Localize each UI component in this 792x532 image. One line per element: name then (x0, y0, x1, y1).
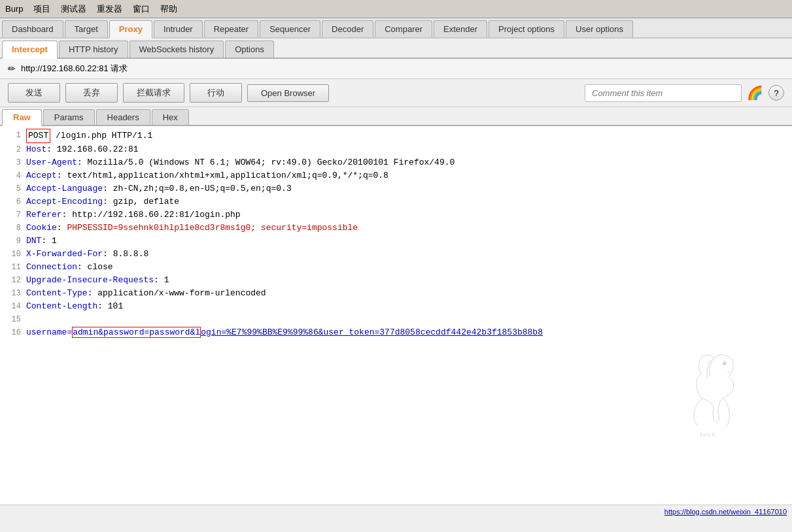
http-line-8: 8 Cookie: PHPSESSID=9ssehnk0ihlpl1e8cd3r… (0, 222, 792, 235)
http-line-13: 13 Content-Type: application/x-www-form-… (0, 287, 792, 300)
http-line-16: 16 username=admin&password=password&logi… (0, 326, 792, 339)
tab-dashboard[interactable]: Dashboard (2, 20, 63, 37)
http-method-label: POST (26, 129, 50, 143)
color-palette-icon[interactable]: 🌈 (747, 85, 763, 101)
content-tab-raw[interactable]: Raw (2, 109, 42, 126)
subtab-options[interactable]: Options (225, 41, 274, 58)
content-wrapper: 1 POST /login.php HTTP/1.1 2 Host: 192.1… (0, 126, 792, 505)
action-button[interactable]: 行动 (190, 83, 242, 103)
tab-proxy[interactable]: Proxy (109, 20, 152, 39)
http-line-1: 1 POST /login.php HTTP/1.1 (0, 129, 792, 143)
http-line-4: 4 Accept: text/html,application/xhtml+xm… (0, 169, 792, 182)
tab-sequencer[interactable]: Sequencer (260, 20, 320, 37)
http-line-6: 6 Accept-Encoding: gzip, deflate (0, 195, 792, 208)
content-tab-params[interactable]: Params (43, 109, 95, 125)
tab-target[interactable]: Target (65, 20, 108, 37)
request-url: http://192.168.60.22:81 请求 (21, 63, 128, 75)
send-button[interactable]: 发送 (8, 83, 60, 103)
content-tab-headers[interactable]: Headers (96, 109, 150, 125)
help-button[interactable]: ? (768, 85, 784, 101)
main-tabs: Dashboard Target Proxy Intruder Repeater… (0, 18, 792, 39)
post-data-highlight: admin&password=password&l (72, 327, 201, 338)
discard-button[interactable]: 丢弃 (65, 83, 118, 103)
http-line-10: 10 X-Forwarded-For: 8.8.8.8 (0, 248, 792, 261)
http-line-9: 9 DNT: 1 (0, 235, 792, 248)
subtab-websockets-history[interactable]: WebSockets history (129, 41, 224, 58)
bottom-url[interactable]: https://blog.csdn.net/weixin_41167010 (664, 508, 787, 516)
http-line-3: 3 User-Agent: Mozilla/5.0 (Windows NT 6.… (0, 156, 792, 169)
tab-repeater[interactable]: Repeater (204, 20, 258, 37)
subtab-http-history[interactable]: HTTP history (59, 41, 128, 58)
menu-burp[interactable]: Burp (5, 4, 23, 14)
subtab-intercept[interactable]: Intercept (2, 41, 58, 59)
tab-extender[interactable]: Extender (434, 20, 487, 37)
edit-icon: ✏ (8, 63, 16, 74)
http-line-5: 5 Accept-Language: zh-CN,zh;q=0.8,en-US;… (0, 182, 792, 195)
menu-help[interactable]: 帮助 (160, 3, 177, 15)
http-line-7: 7 Referer: http://192.168.60.22:81/login… (0, 208, 792, 222)
menu-window[interactable]: 窗口 (133, 3, 150, 15)
http-line-2: 2 Host: 192.168.60.22:81 (0, 143, 792, 156)
tab-intruder[interactable]: Intruder (154, 20, 203, 37)
content-tabs: Raw Params Headers Hex (0, 107, 792, 126)
tab-decoder[interactable]: Decoder (322, 20, 373, 37)
action-toolbar: 发送 丢弃 拦截请求 行动 Open Browser 🌈 ? (0, 79, 792, 107)
intercept-button[interactable]: 拦截请求 (123, 83, 184, 103)
tab-user-options[interactable]: User options (566, 20, 633, 37)
open-browser-button[interactable]: Open Browser (247, 84, 329, 102)
title-bar: Burp 项目 测试器 重发器 窗口 帮助 (0, 0, 792, 18)
menu-project[interactable]: 项目 (33, 3, 50, 15)
http-content[interactable]: 1 POST /login.php HTTP/1.1 2 Host: 192.1… (0, 126, 792, 505)
menu-resender[interactable]: 重发器 (97, 3, 122, 15)
http-line-15: 15 (0, 313, 792, 326)
sub-tabs: Intercept HTTP history WebSockets histor… (0, 39, 792, 59)
tab-project-options[interactable]: Project options (489, 20, 564, 37)
comment-input[interactable] (585, 84, 742, 102)
main-area: ✏ http://192.168.60.22:81 请求 发送 丢弃 拦截请求 … (0, 59, 792, 518)
http-line-11: 11 Connection: close (0, 261, 792, 274)
bottom-bar: https://blog.csdn.net/weixin_41167010 (0, 505, 792, 518)
http-line-14: 14 Content-Length: 101 (0, 300, 792, 313)
http-line-12: 12 Upgrade-Insecure-Requests: 1 (0, 274, 792, 287)
tab-comparer[interactable]: Comparer (375, 20, 432, 37)
url-bar: ✏ http://192.168.60.22:81 请求 (0, 59, 792, 79)
content-tab-hex[interactable]: Hex (152, 109, 189, 125)
menu-tester[interactable]: 测试器 (61, 3, 86, 15)
